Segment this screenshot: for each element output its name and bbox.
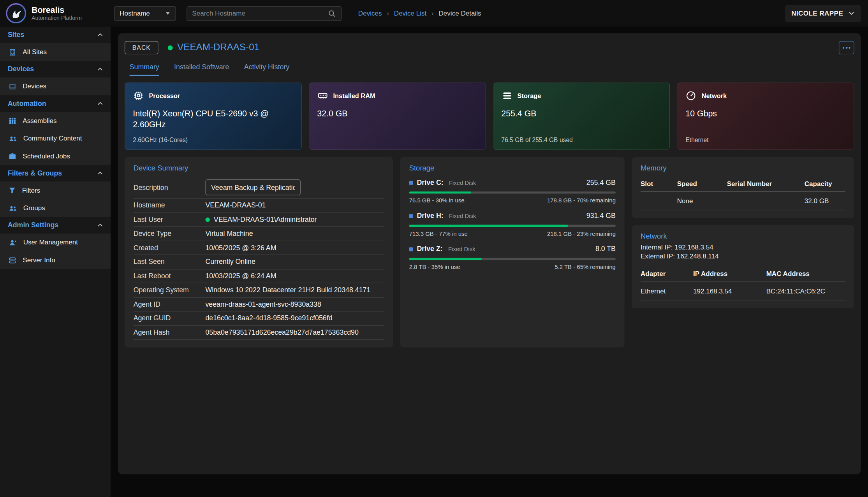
processor-card-label: Processor bbox=[149, 92, 180, 99]
breadcrumb-separator: › bbox=[387, 9, 389, 17]
memory-speed: None bbox=[677, 197, 727, 205]
network-card-label: Network bbox=[702, 92, 727, 99]
sidebar-section-automation[interactable]: Automation bbox=[0, 95, 111, 112]
table-row: Description bbox=[134, 177, 384, 199]
row-label: Description bbox=[134, 183, 206, 191]
network-panel: Network Internal IP: 192.168.3.54 Extern… bbox=[632, 225, 854, 308]
drive-remaining-text: 5.2 TB - 65% remaining bbox=[555, 263, 616, 270]
drive-name: Drive C: bbox=[417, 179, 444, 186]
table-row: Agent ID veeam-draas-01-agent-svc-8930a3… bbox=[134, 297, 384, 311]
storage-value: 255.4 GB bbox=[501, 108, 656, 119]
tab-summary[interactable]: Summary bbox=[130, 63, 159, 76]
drive-size: 255.4 GB bbox=[586, 179, 616, 186]
drive-type: Fixed Disk bbox=[449, 212, 476, 219]
memory-table: Slot Speed Serial Number Capacity None 3… bbox=[641, 176, 845, 211]
memory-slot bbox=[641, 197, 677, 205]
storage-panel-title: Storage bbox=[409, 164, 616, 172]
row-label: Agent GUID bbox=[134, 314, 206, 322]
network-table: Adapter IP Address MAC Address Ethernet … bbox=[641, 265, 845, 300]
more-options-button[interactable] bbox=[839, 41, 854, 54]
drive-remaining-text: 218.1 GB - 23% remaining bbox=[547, 230, 616, 237]
chevron-up-icon bbox=[97, 66, 104, 72]
sidebar-item-assemblies[interactable]: Assemblies bbox=[0, 112, 111, 129]
description-input[interactable] bbox=[205, 179, 301, 195]
memory-serial bbox=[727, 197, 805, 205]
search-icon[interactable] bbox=[328, 9, 336, 17]
table-row: Hostname VEEAM-DRAAS-01 bbox=[134, 198, 384, 212]
sidebar-item-devices[interactable]: Devices bbox=[0, 77, 111, 95]
sidebar-section-admin-settings[interactable]: Admin Settings bbox=[0, 217, 111, 234]
back-button[interactable]: BACK bbox=[125, 41, 158, 54]
drive-usage-bar bbox=[409, 225, 616, 227]
sidebar-section-devices[interactable]: Devices bbox=[0, 61, 111, 77]
drive-used-text: 713.3 GB - 77% in use bbox=[409, 230, 468, 237]
hostname-filter-dropdown[interactable]: Hostname bbox=[114, 6, 176, 21]
column-header: Speed bbox=[677, 180, 727, 188]
row-label: Last Reboot bbox=[134, 272, 206, 280]
drive-usage-bar bbox=[409, 191, 616, 194]
sidebar-section-label: Admin Settings bbox=[8, 221, 58, 229]
groups-icon bbox=[8, 204, 17, 212]
sidebar-item-filters[interactable]: Filters bbox=[0, 181, 111, 199]
row-label: Hostname bbox=[134, 202, 206, 209]
tab-activity-history[interactable]: Activity History bbox=[244, 63, 290, 76]
table-row: Agent GUID de16c0c1-8aa2-4d18-9585-9ce91… bbox=[134, 311, 384, 325]
drive-size: 8.0 TB bbox=[595, 245, 616, 253]
tab-installed-software[interactable]: Installed Software bbox=[174, 63, 229, 76]
storage-stack-icon bbox=[501, 90, 512, 101]
brand[interactable]: Borealis Automation Platform bbox=[0, 3, 111, 24]
drive-remaining-text: 178.8 GB - 70% remaining bbox=[547, 197, 616, 204]
device-summary-table: Description Hostname VEEAM-DRAAS-01 Last… bbox=[134, 177, 384, 340]
device-summary-panel: Device Summary Description Hostname VEEA… bbox=[125, 157, 393, 348]
sidebar-item-scheduled-jobs[interactable]: Scheduled Jobs bbox=[0, 147, 111, 165]
row-label: Agent ID bbox=[134, 300, 206, 308]
sidebar-items-sites: All Sites bbox=[0, 43, 111, 61]
search-box bbox=[187, 6, 342, 21]
user-menu-button[interactable]: NICOLE RAPPE bbox=[785, 5, 861, 22]
search-input[interactable] bbox=[192, 9, 327, 17]
sidebar-item-all-sites[interactable]: All Sites bbox=[0, 43, 111, 61]
laptop-icon bbox=[8, 82, 16, 90]
drive-bullet-icon bbox=[409, 247, 413, 251]
drive-row-h: Drive H: Fixed Disk 931.4 GB 713.3 GB - … bbox=[409, 212, 616, 237]
storage-sub: 76.5 GB of 255.4 GB used bbox=[501, 137, 572, 143]
breadcrumb-device-list[interactable]: Device List bbox=[394, 9, 426, 17]
storage-panel: Storage Drive C: Fixed Disk 255.4 GB 76.… bbox=[400, 157, 625, 348]
sidebar: Sites All Sites Devices Devices Automati… bbox=[0, 26, 111, 497]
sidebar-items-devices: Devices bbox=[0, 77, 111, 95]
row-label: Created bbox=[134, 244, 206, 252]
sidebar-item-community-content[interactable]: Community Content bbox=[0, 130, 111, 147]
chevron-up-icon bbox=[97, 32, 104, 38]
row-value: Virtual Machine bbox=[205, 230, 384, 237]
sidebar-item-label: Assemblies bbox=[23, 117, 56, 125]
sidebar-section-filters-groups[interactable]: Filters & Groups bbox=[0, 165, 111, 182]
breadcrumb-devices[interactable]: Devices bbox=[358, 9, 382, 17]
device-details-panel: BACK VEEAM-DRAAS-01 Summary Installed So… bbox=[118, 33, 861, 474]
drive-type: Fixed Disk bbox=[449, 179, 476, 186]
network-card: Network 10 Gbps Ethernet bbox=[677, 83, 854, 150]
column-header: MAC Address bbox=[766, 270, 845, 278]
user-management-icon bbox=[8, 238, 17, 246]
drive-size: 931.4 GB bbox=[586, 212, 616, 220]
sidebar-item-user-management[interactable]: User Management bbox=[0, 234, 111, 251]
cpu-icon bbox=[133, 90, 144, 101]
row-value: veeam-draas-01-agent-svc-8930a338 bbox=[205, 300, 384, 308]
external-ip: External IP: 162.248.8.114 bbox=[641, 252, 845, 260]
storage-card-label: Storage bbox=[518, 92, 541, 99]
online-status-icon bbox=[205, 217, 210, 221]
column-header: IP Address bbox=[693, 270, 766, 278]
drive-row-c: Drive C: Fixed Disk 255.4 GB 76.5 GB - 3… bbox=[409, 179, 616, 204]
sidebar-section-sites[interactable]: Sites bbox=[0, 26, 111, 43]
table-row: Last Reboot 10/03/2025 @ 6:24 AM bbox=[134, 269, 384, 283]
breadcrumb-device-details: Device Details bbox=[439, 9, 481, 17]
column-header: Adapter bbox=[641, 270, 693, 278]
sidebar-item-label: Devices bbox=[23, 83, 46, 90]
sidebar-item-groups[interactable]: Groups bbox=[0, 199, 111, 217]
row-value: 10/03/2025 @ 6:24 AM bbox=[205, 272, 384, 280]
server-icon bbox=[8, 256, 16, 264]
table-row: Created 10/05/2025 @ 3:26 AM bbox=[134, 241, 384, 255]
chevron-up-icon bbox=[97, 170, 104, 176]
sidebar-section-label: Sites bbox=[8, 31, 24, 39]
sidebar-item-server-info[interactable]: Server Info bbox=[0, 251, 111, 269]
row-value: 10/05/2025 @ 3:26 AM bbox=[205, 244, 384, 252]
